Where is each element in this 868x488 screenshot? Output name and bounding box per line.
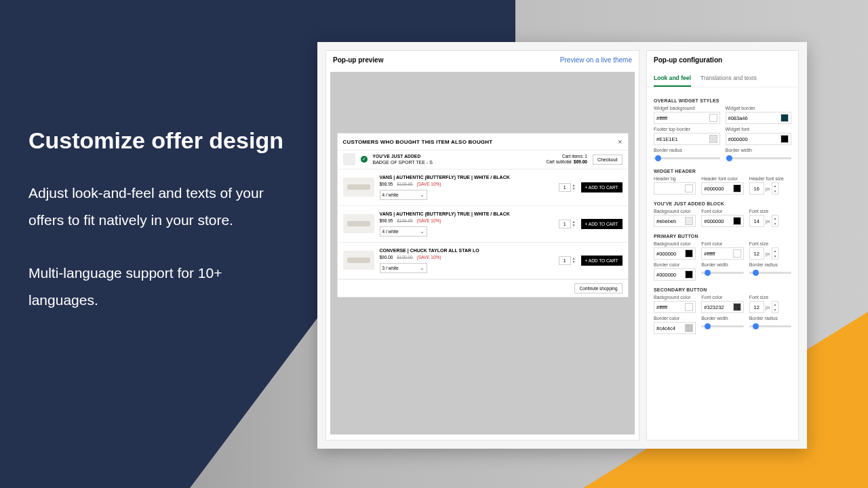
ja-font-input[interactable] — [701, 215, 743, 227]
variant-select[interactable]: 4 / white — [380, 190, 427, 200]
checkout-button[interactable]: Checkout — [593, 155, 623, 165]
tab-look-and-feel[interactable]: Look and feel — [654, 72, 691, 87]
config-panel: Pop-up configuration Look and feel Trans… — [646, 50, 799, 441]
ja-font-size-input[interactable]: px▲▼ — [749, 215, 791, 227]
tab-translations[interactable]: Translations and texts — [701, 72, 757, 87]
just-added-thumb — [343, 153, 355, 165]
product-image — [343, 214, 374, 233]
pb-border-width-slider[interactable] — [701, 268, 743, 277]
qty-stepper[interactable]: 1▲▼ — [559, 256, 576, 265]
product-row: VANS | AUTHENTIC (BUTTERFLY) TRUE | WHIT… — [338, 169, 628, 206]
widget-font-input[interactable] — [726, 133, 792, 145]
section-primary-button: PRIMARY BUTTON — [654, 234, 791, 239]
preview-canvas: CUSTOMERS WHO BOUGHT THIS ITEM ALSO BOUG… — [330, 72, 635, 434]
product-image — [343, 251, 374, 270]
section-overall: OVERALL WIDGET STYLES — [654, 98, 791, 103]
header-font-size-input[interactable]: px▲▼ — [749, 182, 791, 195]
marketing-copy: Customize offer design Adjust look-and-f… — [28, 127, 286, 340]
sb-border-radius-slider[interactable] — [749, 322, 791, 330]
config-title: Pop-up configuration — [654, 56, 722, 64]
product-image — [343, 178, 374, 197]
section-widget-header: WIDGET HEADER — [654, 169, 791, 174]
add-to-cart-button[interactable]: + ADD TO CART — [581, 256, 623, 266]
widget-bg-input[interactable] — [654, 112, 720, 124]
widget-border-input[interactable] — [726, 112, 792, 124]
product-name: VANS | AUTHENTIC (BUTTERFLY) TRUE | WHIT… — [380, 175, 553, 180]
app-window: Pop-up preview Preview on a live theme C… — [317, 42, 807, 449]
border-width-slider[interactable] — [726, 154, 792, 162]
add-to-cart-button[interactable]: + ADD TO CART — [581, 219, 623, 229]
preview-title: Pop-up preview — [333, 56, 383, 64]
pb-font-size-input[interactable]: px▲▼ — [749, 247, 791, 260]
sb-font-size-input[interactable]: px▲▼ — [749, 301, 791, 313]
add-to-cart-button[interactable]: + ADD TO CART — [581, 182, 623, 192]
popup-title: CUSTOMERS WHO BOUGHT THIS ITEM ALSO BOUG… — [343, 139, 493, 145]
header-font-color-input[interactable] — [701, 182, 743, 195]
product-row: CONVERSE | CHUCK TAYLOR ALL STAR LO $90.… — [338, 243, 628, 279]
product-name: CONVERSE | CHUCK TAYLOR ALL STAR LO — [380, 248, 553, 253]
sb-font-input[interactable] — [701, 301, 743, 313]
pb-border-radius-slider[interactable] — [749, 268, 791, 277]
sb-border-width-slider[interactable] — [701, 322, 743, 330]
product-row: VANS | AUTHENTIC (BUTTERFLY) TRUE | WHIT… — [338, 206, 628, 243]
header-bg-input[interactable] — [654, 182, 696, 195]
qty-stepper[interactable]: 1▲▼ — [559, 220, 576, 228]
border-radius-slider[interactable] — [654, 154, 720, 162]
variant-select[interactable]: 3 / white — [380, 263, 427, 273]
pb-bg-input[interactable] — [654, 247, 696, 260]
section-secondary-button: SECONDARY BUTTON — [654, 287, 791, 292]
sb-border-input[interactable] — [654, 322, 696, 334]
hero-paragraph-1: Adjust look-and-feel and texts of your o… — [28, 180, 286, 234]
continue-shopping-button[interactable]: Continute shopping — [574, 283, 622, 293]
variant-select[interactable]: 4 / white — [380, 226, 427, 237]
qty-stepper[interactable]: 1▲▼ — [559, 183, 576, 192]
check-icon: ✓ — [361, 156, 368, 163]
hero-title: Customize offer design — [28, 127, 286, 154]
pb-font-input[interactable] — [701, 247, 743, 260]
cart-items-label: Cart items: — [562, 154, 583, 159]
section-just-added: YOU'VE JUST ADDED BLOCK — [654, 201, 791, 206]
just-added-label: YOU'VE JUST ADDED — [373, 154, 421, 159]
upsell-popup: CUSTOMERS WHO BOUGHT THIS ITEM ALSO BOUG… — [337, 133, 629, 298]
product-name: VANS | AUTHENTIC (BUTTERFLY) TRUE | WHIT… — [380, 211, 553, 216]
ja-bg-input[interactable] — [654, 215, 696, 227]
pb-border-input[interactable] — [654, 268, 696, 281]
just-added-row: ✓ YOU'VE JUST ADDED BADGE OF SPORT TEE -… — [338, 150, 628, 169]
footer-top-input[interactable] — [654, 133, 720, 145]
close-icon[interactable]: × — [618, 138, 622, 146]
cart-subtotal-label: Cart subtotal: — [547, 159, 573, 164]
hero-paragraph-2: Multi-language support for 10+ languages… — [28, 260, 286, 314]
sb-bg-input[interactable] — [654, 301, 696, 313]
preview-panel: Pop-up preview Preview on a live theme C… — [326, 50, 639, 441]
just-added-product: BADGE OF SPORT TEE - S — [373, 160, 433, 165]
preview-live-link[interactable]: Preview on a live theme — [560, 56, 632, 64]
